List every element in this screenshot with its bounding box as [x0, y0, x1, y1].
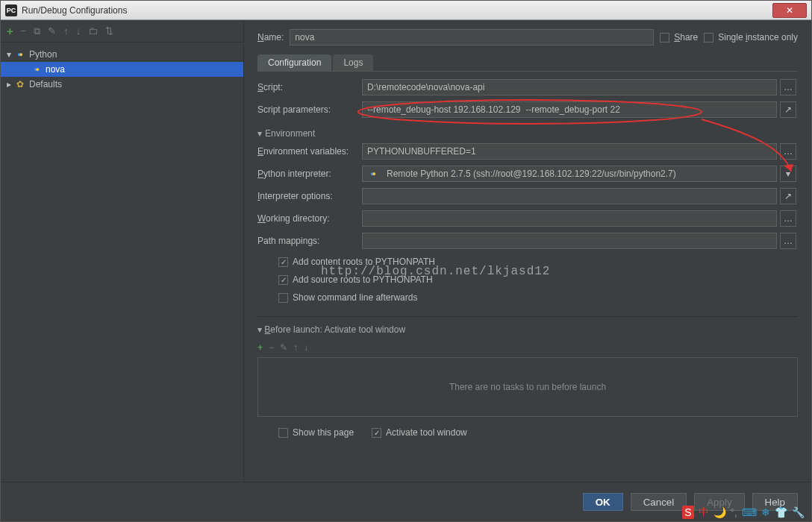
move-up-icon[interactable]: ↑ — [63, 25, 69, 37]
content-area: + − ⧉ ✎ ↑ ↓ 🗀 ⇅ ▾ ●● Python ●● nova — [1, 20, 811, 482]
python-icon: ●● — [367, 168, 379, 180]
python-icon: ●● — [14, 48, 26, 60]
config-tree: ▾ ●● Python ●● nova ▸ ✿ Defaults — [1, 43, 243, 96]
tree-item-label: Python — [29, 49, 57, 60]
name-label: Name: — [257, 32, 284, 43]
show-cmd-checkbox[interactable]: Show command line afterwards — [278, 292, 798, 303]
folder-icon[interactable]: 🗀 — [88, 25, 98, 37]
dialog-window: PC Run/Debug Configurations ✕ + − ⧉ ✎ ↑ … — [0, 0, 812, 522]
envvars-input[interactable] — [362, 143, 777, 160]
app-icon: PC — [5, 4, 17, 16]
pythonpath-options: Add content roots to PYTHONPATH Add sour… — [257, 257, 798, 303]
activate-tool-window-checkbox[interactable]: Activate tool window — [372, 427, 467, 438]
move-task-down-icon[interactable]: ↓ — [304, 342, 308, 353]
show-this-page-checkbox[interactable]: Show this page — [278, 427, 354, 438]
tree-python-group[interactable]: ▾ ●● Python — [1, 47, 243, 62]
sidebar: + − ⧉ ✎ ↑ ↓ 🗀 ⇅ ▾ ●● Python ●● nova — [1, 20, 244, 482]
sidebar-toolbar: + − ⧉ ✎ ↑ ↓ 🗀 ⇅ — [1, 20, 243, 43]
interpreter-label: Python interpreter: — [257, 169, 362, 179]
interp-opts-label: Interpreter options: — [257, 191, 362, 201]
interpreter-select[interactable]: ●● Remote Python 2.7.5 (ssh://root@192.1… — [362, 166, 777, 182]
checkbox-icon — [372, 428, 381, 438]
interpreter-value: Remote Python 2.7.5 (ssh://root@192.168.… — [387, 169, 676, 179]
tab-configuration[interactable]: Configuration — [257, 54, 331, 71]
script-label: Script: — [257, 82, 362, 92]
edit-task-icon[interactable]: ✎ — [280, 342, 287, 353]
remove-task-icon[interactable]: − — [269, 342, 274, 353]
sort-icon[interactable]: ⇅ — [105, 25, 113, 37]
add-content-roots-checkbox[interactable]: Add content roots to PYTHONPATH — [278, 257, 798, 267]
divider — [257, 316, 798, 317]
checkbox-icon — [278, 293, 288, 303]
bottom-options: Show this page Activate tool window — [257, 427, 798, 438]
tray-item-icon[interactable]: ❄ — [761, 506, 770, 518]
add-task-icon[interactable]: + — [257, 342, 263, 353]
tray-item-icon[interactable]: 👕 — [775, 506, 787, 518]
checkbox-icon — [704, 33, 713, 43]
checkbox-icon — [278, 275, 288, 285]
interpreter-dropdown-icon[interactable]: ▾ — [780, 166, 796, 182]
gear-icon: ✿ — [14, 78, 26, 90]
tree-item-label: nova — [46, 64, 65, 75]
move-down-icon[interactable]: ↓ — [76, 25, 81, 37]
checkbox-icon — [278, 428, 288, 438]
add-config-icon[interactable]: + — [7, 25, 13, 37]
settings-icon[interactable]: ✎ — [48, 25, 56, 37]
ime-icon[interactable]: S — [682, 506, 693, 519]
checkbox-icon — [660, 33, 669, 43]
path-mappings-label: Path mappings: — [257, 236, 362, 246]
single-instance-checkbox[interactable]: Single instance only — [704, 32, 798, 43]
tree-nova-config[interactable]: ●● nova — [1, 62, 243, 77]
working-dir-input[interactable] — [362, 210, 777, 227]
checkbox-label: Show this page — [293, 427, 354, 438]
before-launch-list: There are no tasks to run before launch — [257, 357, 798, 417]
tray-item-icon[interactable]: 中 — [699, 506, 709, 519]
tray-item-icon[interactable]: °, — [731, 506, 738, 518]
before-launch-section[interactable]: ▾ Before launch: Activate tool window — [257, 324, 798, 335]
env-form: Environment variables: … Python interpre… — [257, 143, 798, 249]
browse-script-button[interactable]: … — [780, 79, 796, 95]
keyboard-icon[interactable]: ⌨ — [742, 506, 757, 518]
interp-opts-input[interactable] — [362, 188, 777, 204]
script-input[interactable] — [362, 79, 777, 95]
browse-envvars-button[interactable]: … — [780, 143, 796, 160]
close-icon[interactable]: ✕ — [772, 3, 807, 18]
checkbox-label: Activate tool window — [386, 427, 467, 438]
cancel-button[interactable]: Cancel — [631, 493, 687, 511]
name-row: Name: Share Single instance only — [257, 29, 798, 45]
main-panel: Name: Share Single instance only Configu… — [244, 20, 811, 482]
checkbox-label: Add source roots to PYTHONPATH — [293, 274, 433, 285]
chevron-down-icon: ▾ — [7, 49, 14, 60]
remove-config-icon[interactable]: − — [21, 25, 27, 37]
titlebar: PC Run/Debug Configurations ✕ — [1, 1, 811, 20]
working-dir-label: Working directory: — [257, 213, 362, 224]
expand-interp-opts-button[interactable]: ↗ — [780, 188, 796, 204]
browse-working-dir-button[interactable]: … — [780, 210, 796, 227]
expand-params-button[interactable]: ↗ — [780, 101, 796, 118]
path-mappings-input[interactable] — [362, 233, 777, 249]
ok-button[interactable]: OK — [583, 493, 623, 511]
checkbox-label: Show command line afterwards — [293, 292, 417, 303]
checkbox-label: Add content roots to PYTHONPATH — [293, 257, 435, 267]
tray-item-icon[interactable]: 🌙 — [713, 506, 726, 518]
tree-item-label: Defaults — [29, 79, 62, 89]
empty-tasks-text: There are no tasks to run before launch — [449, 382, 606, 392]
tab-logs[interactable]: Logs — [333, 54, 373, 71]
name-input[interactable] — [290, 29, 654, 45]
before-launch-toolbar: + − ✎ ↑ ↓ — [257, 341, 798, 357]
share-checkbox[interactable]: Share — [660, 32, 698, 43]
copy-config-icon[interactable]: ⧉ — [34, 25, 40, 37]
browse-path-mappings-button[interactable]: … — [780, 233, 796, 249]
chevron-right-icon: ▸ — [7, 79, 14, 89]
params-label: Script parameters: — [257, 104, 362, 115]
environment-section[interactable]: ▾Environment — [257, 128, 798, 139]
envvars-label: Environment variables: — [257, 146, 362, 157]
checkbox-icon — [278, 257, 288, 267]
script-parameters-input[interactable] — [362, 101, 777, 118]
wrench-icon[interactable]: 🔧 — [792, 506, 805, 518]
move-task-up-icon[interactable]: ↑ — [293, 342, 298, 353]
tree-defaults[interactable]: ▸ ✿ Defaults — [1, 77, 243, 92]
add-source-roots-checkbox[interactable]: Add source roots to PYTHONPATH — [278, 274, 798, 285]
config-form: Script: … Script parameters: ↗ — [257, 79, 798, 118]
window-title: Run/Debug Configurations — [22, 5, 772, 16]
